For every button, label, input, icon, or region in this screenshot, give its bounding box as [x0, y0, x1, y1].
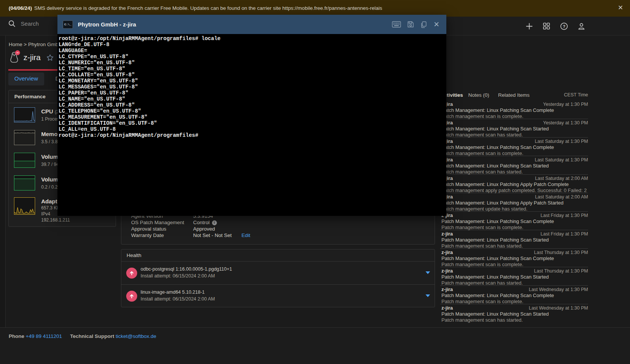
terminal-output[interactable]: root@z-jira:/opt/NinjaRMMAgent/programfi… [57, 34, 446, 216]
activity-description: Patch management scan is complete. [441, 299, 523, 304]
terminal-close-icon[interactable]: ✕ [433, 21, 440, 28]
activity-list-item[interactable]: z-jira Last Saturday at 2:00 AM Patch Ma… [440, 175, 588, 193]
activity-timestamp: Last Saturday at 1:30 PM [535, 157, 588, 163]
user-icon[interactable] [577, 22, 585, 30]
detail-row: Approval status Approved [131, 226, 215, 232]
activity-timestamp: Last Saturday at 2:00 AM [535, 194, 588, 200]
edit-link[interactable]: Edit [241, 232, 250, 239]
metric-subtext: 192.168.1.211 [41, 217, 70, 223]
detail-value: Approved [193, 226, 215, 232]
activity-list-item[interactable]: z-jira Last Wednesday at 1:30 PM Patch M… [440, 304, 588, 323]
activity-description: Patch management scan is complete. [441, 262, 523, 267]
detail-label: Approval status [131, 226, 193, 232]
activity-title: Patch Management: Linux Patching Scan Co… [441, 218, 554, 224]
health-item-name: linux-image-amd64 5.10.218-1 [141, 290, 205, 295]
detail-row: OS Patch Management Control i [131, 220, 217, 226]
info-icon[interactable]: i [212, 220, 217, 225]
keyboard-icon[interactable] [392, 21, 401, 28]
activity-description: Patch management scan has started. [441, 169, 523, 175]
detail-row: Warranty Date Not Set - Not Set Edit [131, 232, 250, 239]
activity-description: Patch management scan has started. [441, 243, 523, 249]
terminal-titlebar[interactable]: C:\_ Phytron GmbH - z-jira ✕ [57, 15, 446, 34]
expand-caret-icon[interactable] [426, 271, 430, 274]
activity-list-item[interactable]: z-jira Last Friday at 1:30 PM Patch Mana… [440, 230, 588, 249]
terminal-title: Phytron GmbH - z-jira [78, 21, 136, 28]
terminal-icon: C:\_ [63, 20, 73, 29]
activity-description: Patch management scan is complete. [441, 150, 523, 156]
search-icon[interactable] [8, 20, 15, 27]
collapsed-sidebar [0, 36, 6, 327]
activity-timestamp: Last Wednesday at 1:30 PM [529, 305, 588, 311]
activity-list-item[interactable]: z-jira Last Thursday at 1:30 PM Patch Ma… [440, 249, 588, 267]
activity-list-item[interactable]: z-jira Last Wednesday at 1:30 PM Patch M… [440, 286, 588, 304]
activity-title: Patch Management: Linux Patching Scan St… [441, 311, 549, 317]
apps-grid-icon[interactable] [542, 22, 551, 30]
activity-title: Patch Management: Linux Patching Apply P… [441, 181, 569, 187]
activity-title: Patch Management: Linux Patching Scan Co… [441, 144, 554, 150]
activity-list-item[interactable]: z-jira Last Saturday at 2:00 AM Patch Ma… [440, 193, 588, 212]
activity-device-name: z-jira [441, 268, 453, 274]
banner-text: SMS delivery service is degraded for the… [34, 5, 382, 11]
health-panel-title: Health [121, 249, 435, 262]
activity-list-item[interactable]: z-jira Last Friday at 1:30 PM Patch Mana… [440, 212, 588, 230]
activity-list-item[interactable]: z-jira Last Saturday at 1:30 PM Patch Ma… [440, 156, 588, 175]
activities-tab[interactable]: Related Items [498, 92, 529, 98]
detail-value: Control [193, 220, 210, 226]
activity-description: Patch management scan is complete. [441, 113, 523, 119]
patch-failed-icon [126, 268, 137, 279]
activity-title: Patch Management: Linux Patching Apply P… [441, 200, 563, 206]
breadcrumb[interactable]: Home > Phytron GmbH [9, 42, 62, 47]
banner-close-icon[interactable]: ✕ [618, 4, 623, 12]
activity-device-name: z-jira [441, 231, 453, 237]
terminal-modal: C:\_ Phytron GmbH - z-jira ✕ root@z-jira… [57, 15, 446, 216]
banner-message: (04/06/24)SMS delivery service is degrad… [9, 5, 382, 11]
device-tab[interactable]: Overview [8, 73, 44, 85]
detail-label: OS Patch Management [131, 220, 193, 226]
copy-icon[interactable] [420, 21, 427, 28]
favorite-star-icon[interactable] [46, 54, 54, 62]
help-icon[interactable]: ? [560, 22, 568, 30]
detail-value: Not Set - Not Set [193, 232, 232, 239]
activity-list-item[interactable]: z-jira Yesterday at 1:30 PM Patch Manage… [440, 101, 588, 119]
detail-label: Warranty Date [131, 232, 193, 239]
activity-timestamp: Yesterday at 1:30 PM [543, 102, 588, 107]
health-item-name: odbc-postgresql 1:16.00.0005-1.pgdg110+1 [141, 266, 232, 272]
add-new-button[interactable] [525, 22, 533, 30]
activity-list-item[interactable]: z-jira Last Saturday at 1:30 PM Patch Ma… [440, 138, 588, 156]
support-email-link[interactable]: ticket@softbox.de [116, 333, 156, 339]
support-label: Technical Support [70, 333, 115, 339]
activities-tab[interactable]: Notes (0) [468, 92, 489, 98]
device-header: – z-jira [9, 51, 54, 64]
alert-banner: (04/06/24)SMS delivery service is degrad… [0, 0, 630, 17]
phone-label: Phone [9, 333, 24, 339]
activity-description: Patch management update has started. [441, 206, 528, 212]
activity-description: Patch management scan has started. [441, 317, 523, 323]
patch-failed-icon [126, 291, 137, 302]
phone-link[interactable]: +49 89 4111201 [26, 333, 62, 339]
save-icon[interactable] [407, 21, 414, 28]
svg-text:?: ? [563, 24, 565, 28]
activity-list-item[interactable]: z-jira Yesterday at 1:30 PM Patch Manage… [440, 119, 588, 138]
health-item: odbc-postgresql 1:16.00.0005-1.pgdg110+1… [121, 262, 435, 285]
metric-sparkline-chart[interactable] [14, 153, 35, 168]
expand-caret-icon[interactable] [426, 294, 430, 297]
timezone-label: CEST Time [564, 92, 588, 98]
activity-device-name: z-jira [441, 249, 453, 255]
activity-timestamp: Last Saturday at 1:30 PM [535, 139, 588, 144]
device-status-badge: – [15, 50, 20, 55]
activity-timestamp: Yesterday at 1:30 PM [543, 120, 588, 125]
activity-title: Patch Management: Linux Patching Scan St… [441, 126, 549, 132]
activity-list-item[interactable]: z-jira Last Thursday at 1:30 PM Patch Ma… [440, 267, 588, 286]
health-panel: Health odbc-postgresql 1:16.00.0005-1.pg… [121, 249, 435, 307]
activity-timestamp: Last Friday at 1:30 PM [540, 231, 588, 237]
page-title: z-jira [23, 53, 41, 62]
activity-description: Patch management scan is complete. [441, 225, 523, 230]
metric-sparkline-chart[interactable] [14, 197, 35, 215]
activity-timestamp: Last Thursday at 1:30 PM [534, 268, 588, 274]
activity-title: Patch Management: Linux Patching Scan St… [441, 163, 549, 169]
footer: Phone +49 89 4111201 Technical Support t… [0, 327, 630, 364]
metric-sparkline-chart[interactable] [14, 107, 35, 122]
activity-title: Patch Management: Linux Patching Scan Co… [441, 293, 554, 298]
metric-sparkline-chart[interactable] [14, 130, 35, 145]
metric-sparkline-chart[interactable] [14, 175, 35, 191]
